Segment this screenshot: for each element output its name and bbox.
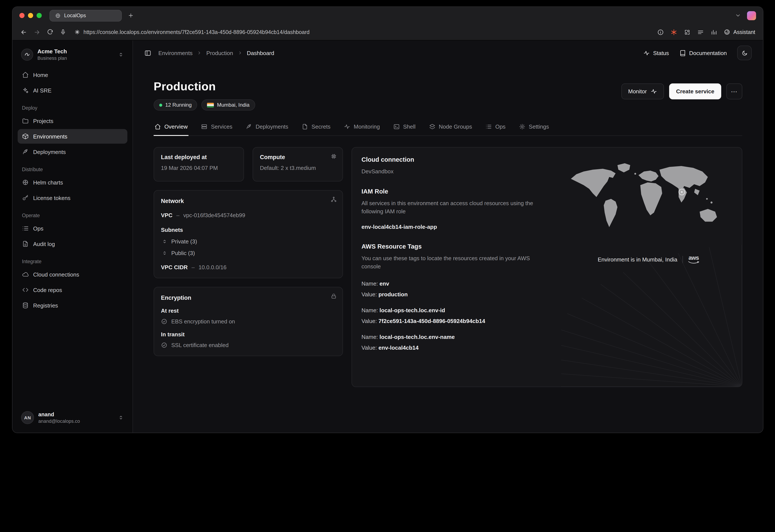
sidebar-item-label: AI SRE (33, 87, 51, 94)
list-icon (486, 123, 492, 130)
at-rest-status-row: EBS encryption turned on (161, 318, 336, 325)
ellipsis-icon: ⋯ (731, 88, 738, 95)
main-header: Environments Production Dashboard Status (133, 40, 763, 65)
sidebar-item-home[interactable]: Home (18, 68, 127, 82)
sidebar-item-label: License tokens (33, 195, 70, 201)
url-field[interactable]: https://console.localops.co/environments… (74, 29, 651, 35)
chevron-down-icon[interactable] (735, 12, 741, 18)
desktop-background: LocalOps https://console.localops.co/env… (0, 0, 775, 532)
aws-logo-icon: aws (688, 255, 699, 264)
assistant-button[interactable]: Assistant (724, 29, 755, 35)
sidebar-item-cloud-connections[interactable]: Cloud connections (18, 267, 127, 282)
key-icon (22, 194, 29, 201)
tab-services[interactable]: Services (200, 123, 233, 135)
chevrons-up-down-icon (118, 51, 124, 57)
resource-tag: Name: local-ops-tech.loc.env-name Value:… (361, 334, 538, 351)
map-caption: Environment is in Mumbai, India (598, 256, 677, 263)
browser-window: LocalOps https://console.localops.co/env… (12, 6, 763, 433)
sidebar-item-projects[interactable]: Projects (18, 114, 127, 128)
rocket-icon (246, 123, 252, 130)
sidebar-item-deployments[interactable]: Deployments (18, 145, 127, 159)
sidebar-item-ops[interactable]: Ops (18, 221, 127, 236)
rocket-icon (22, 148, 29, 155)
divider (683, 256, 683, 263)
subnets-label: Subnets (161, 227, 336, 233)
sidebar-item-registries[interactable]: Registries (18, 298, 127, 313)
org-plan: Business plan (37, 55, 67, 61)
tab-ops[interactable]: Ops (485, 123, 507, 135)
menu-icon[interactable] (697, 29, 704, 35)
breadcrumb-environments[interactable]: Environments (158, 50, 192, 56)
monitor-button[interactable]: Monitor (621, 83, 664, 99)
location-badge-label: Mumbai, India (217, 102, 249, 108)
tab-overview[interactable]: Overview (154, 123, 188, 135)
aws-resource-tags-description: You can use these tags to locate the res… (361, 254, 538, 271)
theme-toggle-button[interactable] (737, 46, 752, 60)
new-tab-button[interactable] (128, 12, 134, 18)
sidebar-item-license-tokens[interactable]: License tokens (18, 191, 127, 205)
reload-icon[interactable] (47, 29, 53, 35)
microphone-icon[interactable] (60, 29, 66, 35)
tab-shell[interactable]: Shell (392, 123, 416, 135)
activity-bars-icon[interactable] (711, 29, 718, 35)
info-icon[interactable] (657, 29, 664, 35)
minimize-window-button[interactable] (28, 13, 33, 18)
sidebar-item-helm-charts[interactable]: Helm charts (18, 175, 127, 190)
location-marker-icon (679, 189, 685, 195)
sidebar-section-integrate: Integrate (18, 259, 127, 264)
sidebar-spacer (18, 313, 127, 409)
back-icon[interactable] (20, 29, 27, 35)
sidebar-item-code-repos[interactable]: Code repos (18, 283, 127, 297)
tag-value-label: Value: (361, 344, 377, 351)
tab-label: Settings (529, 123, 549, 130)
sidebar-item-label: Ops (33, 225, 43, 232)
tag-value: production (378, 291, 408, 297)
sidebar-item-label: Home (33, 72, 48, 78)
window-controls (19, 13, 42, 18)
sidebar-item-label: Projects (33, 118, 53, 124)
sidebar-item-label: Environments (33, 133, 67, 140)
breadcrumb-production[interactable]: Production (206, 50, 233, 56)
card-title: Network (161, 198, 336, 204)
sidebar-section-distribute: Distribute (18, 167, 127, 172)
package-icon (22, 133, 29, 140)
subnet-private-row[interactable]: Private (3) (161, 238, 336, 245)
browser-profile-avatar[interactable] (747, 11, 756, 20)
tab-settings[interactable]: Settings (518, 123, 550, 135)
extensions-icon[interactable] (684, 29, 691, 35)
compute-card: Compute Default: 2 x t3.medium (252, 147, 343, 181)
status-label: Status (653, 50, 669, 56)
burst-icon[interactable] (671, 29, 678, 35)
tag-name-label: Name: (361, 334, 378, 340)
forward-icon[interactable] (34, 29, 40, 35)
sidebar-item-environments[interactable]: Environments (18, 129, 127, 144)
sidebar-section-operate: Operate (18, 213, 127, 218)
cpu-icon (330, 153, 337, 160)
sidebar-item-ai-sre[interactable]: AI SRE (18, 83, 127, 98)
browser-tab[interactable]: LocalOps (49, 10, 122, 21)
tab-label: Secrets (311, 123, 330, 130)
assistant-logo-icon (724, 29, 730, 35)
more-actions-button[interactable]: ⋯ (726, 83, 742, 99)
sidebar-item-label: Registries (33, 302, 58, 309)
gear-icon (519, 123, 526, 130)
tab-label: Overview (164, 123, 188, 130)
sidebar-item-audit-log[interactable]: Audit log (18, 237, 127, 251)
documentation-button[interactable]: Documentation (679, 50, 727, 56)
iam-role-name: env-local4cb14-iam-role-app (361, 223, 538, 230)
close-window-button[interactable] (19, 13, 25, 18)
user-menu[interactable]: AN anand anand@localops.co (18, 409, 127, 427)
create-service-button[interactable]: Create service (669, 83, 721, 99)
zoom-window-button[interactable] (37, 13, 42, 18)
tab-node-groups[interactable]: Node Groups (428, 123, 473, 135)
sidebar-toggle-button[interactable] (144, 49, 151, 57)
browser-address-bar: https://console.localops.co/environments… (12, 24, 763, 40)
subnet-label: Private (3) (171, 238, 197, 245)
tab-monitoring[interactable]: Monitoring (343, 123, 380, 135)
sparkles-icon (22, 87, 29, 94)
org-switcher[interactable]: Acme Tech Business plan (18, 46, 127, 63)
tab-deployments[interactable]: Deployments (245, 123, 289, 135)
status-button[interactable]: Status (643, 50, 669, 56)
subnet-public-row[interactable]: Public (3) (161, 250, 336, 256)
tab-secrets[interactable]: Secrets (301, 123, 331, 135)
